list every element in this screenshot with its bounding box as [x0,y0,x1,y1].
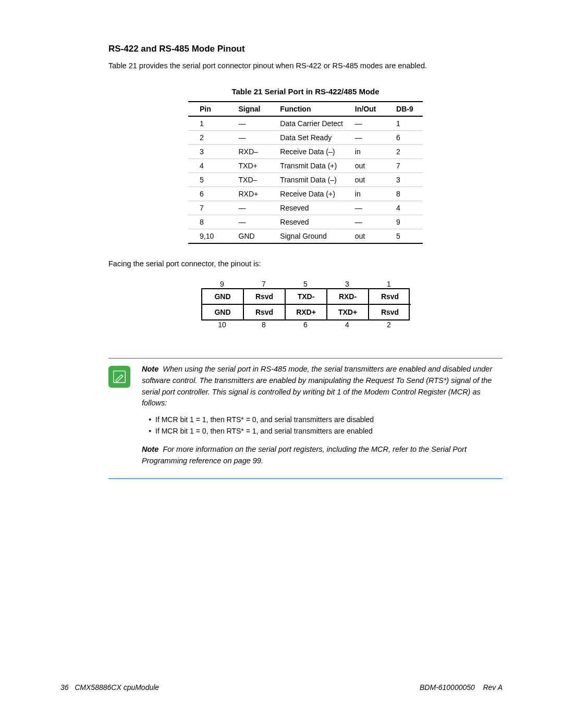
cell-signal: TXD+ [234,159,275,173]
cell-pin: 4 [188,159,234,173]
pin-number-bottom: 4 [326,320,368,329]
bullet-item: If MCR bit 1 = 0, then RTS* = 1, and ser… [155,426,503,437]
cell-db9: 2 [391,145,423,159]
pin-number-top: 9 [201,280,243,288]
cell-inout: in [350,145,391,159]
cell-pin: 3 [188,145,234,159]
bullet-item: If MCR bit 1 = 1, then RTS* = 0, and ser… [155,414,503,426]
cell-pin: 2 [188,131,234,145]
cell-signal: GND [234,229,275,244]
pin-number-top: 7 [243,280,285,288]
intro-text: Table 21 provides the serial port connec… [108,60,503,71]
cell-function: Receive Data (+) [275,187,349,201]
cell-pin: 1 [188,116,234,131]
pin-cell: Rsvd [369,289,411,305]
note-block: Note When using the serial port in RS-48… [108,358,503,479]
table-row: 3RXD–Receive Data (–)in2 [188,145,423,159]
note-bullets: If MCR bit 1 = 1, then RTS* = 0, and ser… [142,414,503,437]
cell-signal: — [234,131,275,145]
note2-text: Note For more information on the serial … [142,444,503,467]
cell-db9: 6 [391,131,423,145]
connector-diagram: 97531 GNDRsvdTXD-RXD-RsvdGNDRsvdRXD+TXD+… [201,280,410,329]
table-row: 2—Data Set Ready—6 [188,131,423,145]
cell-db9: 3 [391,173,423,187]
table-row: 4TXD+Transmit Data (+)out7 [188,159,423,173]
table-row: 1—Data Carrier Detect—1 [188,116,423,131]
pin-number-top: 3 [326,280,368,288]
pin-number-bottom: 8 [243,320,285,329]
pin-number-top: 1 [368,280,410,288]
th-signal: Signal [234,102,275,116]
cell-function: Reseved [275,215,349,229]
page-footer: 36 CMX58886CX cpuModule BDM-610000050 Re… [60,683,503,692]
cell-inout: — [350,116,391,131]
cell-inout: out [350,229,391,244]
table-caption: Table 21 Serial Port in RS-422/485 Mode [108,87,503,96]
pin-number-bottom: 6 [285,320,326,329]
cell-function: Reseved [275,201,349,215]
pin-number-top: 5 [285,280,326,288]
pin-cell: GND [202,305,244,319]
cell-db9: 4 [391,201,423,215]
cell-inout: — [350,215,391,229]
cell-db9: 5 [391,229,423,244]
cell-inout: in [350,187,391,201]
cell-db9: 8 [391,187,423,201]
pin-number-bottom: 10 [201,320,243,329]
facing-text: Facing the serial port connector, the pi… [108,258,503,269]
cell-signal: TXD– [234,173,275,187]
cell-signal: RXD– [234,145,275,159]
cell-function: Transmit Data (+) [275,159,349,173]
pinout-table: Pin Signal Function In/Out DB-9 1—Data C… [188,101,423,244]
cell-function: Signal Ground [275,229,349,244]
pin-cell: RXD+ [286,305,327,319]
cell-function: Data Set Ready [275,131,349,145]
pin-cell: Rsvd [244,289,286,305]
rev: Rev A [483,683,503,692]
cell-inout: — [350,201,391,215]
note1-text: Note When using the serial port in RS-48… [142,364,503,409]
pin-number-bottom: 2 [368,320,410,329]
cell-inout: — [350,131,391,145]
cell-pin: 9,10 [188,229,234,244]
doc-id: BDM-610000050 [420,683,475,692]
pin-cell: RXD- [327,289,369,305]
cell-db9: 7 [391,159,423,173]
cell-pin: 5 [188,173,234,187]
product-name: CMX58886CX cpuModule [75,683,159,692]
th-db9: DB-9 [391,102,423,116]
table-row: 6RXD+Receive Data (+)in8 [188,187,423,201]
cell-signal: — [234,201,275,215]
pin-cell: Rsvd [244,305,286,319]
pin-cell: Rsvd [369,305,411,319]
cell-pin: 8 [188,215,234,229]
cell-function: Data Carrier Detect [275,116,349,131]
pencil-icon [108,366,130,388]
cell-inout: out [350,159,391,173]
cell-db9: 1 [391,116,423,131]
cell-function: Receive Data (–) [275,145,349,159]
table-row: 7—Reseved—4 [188,201,423,215]
section-heading: RS-422 and RS-485 Mode Pinout [108,44,503,54]
pin-cell: TXD- [286,289,327,305]
cell-signal: RXD+ [234,187,275,201]
page-number: 36 [60,683,69,692]
cell-pin: 7 [188,201,234,215]
cell-function: Transmit Data (–) [275,173,349,187]
table-row: 8—Reseved—9 [188,215,423,229]
th-function: Function [275,102,349,116]
table-row: 9,10GNDSignal Groundout5 [188,229,423,244]
cell-inout: out [350,173,391,187]
cell-pin: 6 [188,187,234,201]
th-inout: In/Out [350,102,391,116]
pin-cell: GND [202,289,244,305]
table-row: 5TXD–Transmit Data (–)out3 [188,173,423,187]
cell-db9: 9 [391,215,423,229]
cell-signal: — [234,116,275,131]
cell-signal: — [234,215,275,229]
th-pin: Pin [188,102,234,116]
pin-cell: TXD+ [327,305,369,319]
